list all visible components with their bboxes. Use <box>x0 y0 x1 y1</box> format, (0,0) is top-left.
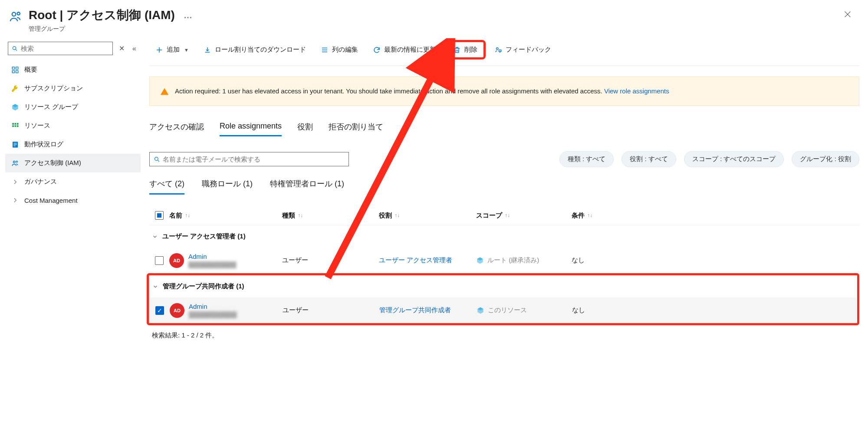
svg-point-18 <box>16 161 17 162</box>
collapse-sidebar-icon[interactable]: « <box>131 43 138 54</box>
svg-rect-5 <box>12 70 14 73</box>
alert-link[interactable]: View role assignments <box>604 87 669 95</box>
download-button[interactable]: ロール割り当てのダウンロード <box>197 42 312 57</box>
edit-columns-button[interactable]: 列の編集 <box>315 42 364 57</box>
sidebar-item[interactable]: Cost Management <box>5 191 141 209</box>
row-checkbox[interactable]: ✓ <box>155 306 164 315</box>
avatar: AD <box>169 253 184 268</box>
svg-point-0 <box>12 12 16 16</box>
feedback-icon <box>494 46 502 54</box>
chevron-icon <box>11 196 19 204</box>
sidebar-item-label: Cost Management <box>24 197 78 204</box>
search-icon <box>12 45 18 52</box>
alert-text: Action required: 1 user has elevated acc… <box>175 87 604 95</box>
table-row[interactable]: ✓ AD Admin ████████████ ユーザー 管理グループ共同作成者… <box>150 297 856 323</box>
page-title: Root | アクセス制御 (IAM) … <box>29 7 834 23</box>
column-role[interactable]: 役割↑↓ <box>379 212 476 220</box>
svg-rect-12 <box>17 125 19 127</box>
svg-rect-4 <box>16 67 18 69</box>
filter-search-input[interactable] <box>163 155 345 163</box>
sidebar-item[interactable]: サブスクリプション <box>5 79 141 98</box>
row-role-link[interactable]: ユーザー アクセス管理者 <box>379 256 452 264</box>
more-menu-icon[interactable]: … <box>180 10 196 20</box>
filter-row: 種類 : すべて役割 : すべてスコープ : すべてのスコープグループ化 : 役… <box>149 151 859 167</box>
primary-tab[interactable]: 拒否の割り当て <box>329 122 383 136</box>
sidebar-item[interactable]: 概要 <box>5 60 141 79</box>
sidebar-item[interactable]: 動作状況ログ <box>5 135 141 154</box>
table-row[interactable]: AD Admin ████████████ ユーザー ユーザー アクセス管理者 … <box>149 248 859 273</box>
search-icon <box>154 156 160 163</box>
filter-pill[interactable]: 種類 : すべて <box>559 151 614 167</box>
secondary-tabs: すべて (2)職務ロール (1)特権管理者ロール (1) <box>149 178 859 195</box>
plus-icon <box>155 46 163 54</box>
secondary-tab[interactable]: すべて (2) <box>149 178 184 195</box>
assignments-table: 名前↑↓ 種類↑↓ 役割↑↓ スコープ↑↓ 条件↑↓ ユーザー アクセス管理者 … <box>149 207 859 325</box>
users-icon <box>11 159 19 167</box>
svg-rect-11 <box>15 125 16 127</box>
svg-point-1 <box>17 12 20 15</box>
row-scope: このリソース <box>477 306 572 314</box>
sidebar-item[interactable]: リソース <box>5 116 141 135</box>
primary-tab[interactable]: アクセスの確認 <box>149 122 204 136</box>
svg-point-19 <box>496 47 498 50</box>
sidebar-item-label: ガバナンス <box>24 178 57 186</box>
overview-icon <box>11 66 19 74</box>
column-type[interactable]: 種類↑↓ <box>282 212 379 220</box>
sidebar-search-input[interactable] <box>21 45 109 52</box>
row-role-link[interactable]: 管理グループ共同作成者 <box>379 306 451 314</box>
sidebar-item-label: サブスクリプション <box>24 84 83 93</box>
row-checkbox[interactable] <box>155 256 164 265</box>
close-button[interactable] <box>840 7 855 24</box>
svg-point-20 <box>155 157 158 160</box>
filter-pill[interactable]: スコープ : すべてのスコープ <box>684 151 784 167</box>
refresh-button[interactable]: 最新の情報に更新 <box>367 42 442 57</box>
primary-tab[interactable]: Role assignments <box>220 122 282 136</box>
sidebar-search[interactable] <box>8 42 113 55</box>
clear-button[interactable]: ✕ <box>117 43 126 54</box>
key-icon <box>11 85 19 93</box>
svg-rect-10 <box>12 125 14 127</box>
filter-pill[interactable]: グループ化 : 役割 <box>792 151 859 167</box>
secondary-tab[interactable]: 特権管理者ロール (1) <box>270 178 344 195</box>
filter-search[interactable] <box>149 152 349 166</box>
group-title: 管理グループ共同作成者 (1) <box>163 282 244 291</box>
cube-icon <box>477 307 484 314</box>
secondary-tab[interactable]: 職務ロール (1) <box>202 178 253 195</box>
feedback-button[interactable]: フィードバック <box>488 42 557 57</box>
page-header: Root | アクセス制御 (IAM) … 管理グループ <box>0 0 868 38</box>
group-header[interactable]: ユーザー アクセス管理者 (1) <box>149 225 859 248</box>
sidebar-item[interactable]: ガバナンス <box>5 172 141 191</box>
resource-group-icon <box>11 103 19 111</box>
trash-icon <box>453 46 461 54</box>
filter-pill[interactable]: 役割 : すべて <box>621 151 676 167</box>
select-all-checkbox[interactable] <box>155 211 164 220</box>
row-name[interactable]: Admin <box>189 303 237 310</box>
sidebar-item-label: 動作状況ログ <box>24 140 63 149</box>
row-name[interactable]: Admin <box>188 253 237 260</box>
row-email: ████████████ <box>189 311 237 318</box>
download-icon <box>204 46 211 54</box>
column-scope[interactable]: スコープ↑↓ <box>476 212 572 220</box>
sidebar-item[interactable]: アクセス制御 (IAM) <box>5 154 141 172</box>
svg-rect-7 <box>12 123 14 125</box>
grid-icon <box>11 122 19 130</box>
sidebar-item[interactable]: リソース グループ <box>5 98 141 116</box>
row-type: ユーザー <box>282 256 379 264</box>
log-icon <box>11 141 19 149</box>
column-name[interactable]: 名前↑↓ <box>169 212 282 220</box>
primary-tab[interactable]: 役割 <box>297 122 313 136</box>
svg-point-2 <box>13 46 16 50</box>
chevron-down-icon: ▼ <box>184 47 189 53</box>
svg-rect-14 <box>13 143 17 143</box>
column-condition[interactable]: 条件↑↓ <box>572 212 859 220</box>
cube-icon <box>476 257 484 264</box>
delete-button[interactable]: 削除 <box>445 40 486 59</box>
add-button[interactable]: 追加 ▼ <box>149 42 195 57</box>
row-scope: ルート (継承済み) <box>476 256 572 264</box>
avatar: AD <box>170 303 184 318</box>
primary-tabs: アクセスの確認Role assignments役割拒否の割り当て <box>149 122 859 136</box>
group-header[interactable]: 管理グループ共同作成者 (1) <box>150 275 856 297</box>
warning-icon <box>160 87 169 96</box>
row-type: ユーザー <box>283 306 379 314</box>
columns-icon <box>321 46 329 54</box>
